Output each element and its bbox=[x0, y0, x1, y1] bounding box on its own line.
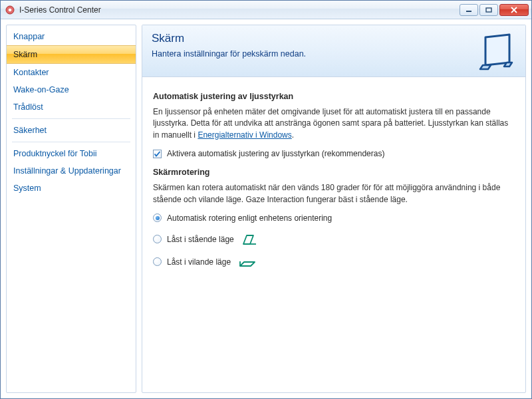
app-window: I-Series Control Center Knappar Skärm Ko… bbox=[0, 0, 532, 399]
auto-brightness-label: Aktivera automatisk justering av ljussty… bbox=[167, 149, 384, 158]
sidebar-item-system[interactable]: System bbox=[7, 180, 136, 197]
auto-brightness-checkbox-row[interactable]: Aktivera automatisk justering av ljussty… bbox=[153, 149, 515, 158]
landscape-orientation-icon bbox=[239, 256, 256, 268]
sidebar-item-produktnyckel[interactable]: Produktnyckel för Tobii bbox=[7, 145, 136, 162]
sidebar-item-wake-on-gaze[interactable]: Wake-on-Gaze bbox=[7, 81, 136, 98]
page-title: Skärm bbox=[152, 32, 516, 45]
sidebar-separator bbox=[12, 142, 130, 142]
content-body: Automatisk justering av ljusstyrkan En l… bbox=[142, 77, 525, 289]
content-panel: Skärm Hantera inställningar för pekskärm… bbox=[142, 25, 526, 393]
content-header: Skärm Hantera inställningar för pekskärm… bbox=[142, 25, 525, 77]
sidebar-item-knappar[interactable]: Knappar bbox=[7, 28, 136, 45]
rotation-radio-group: Automatisk rotering enligt enhetens orie… bbox=[153, 213, 515, 268]
sidebar-item-tradlost[interactable]: Trådlöst bbox=[7, 98, 136, 116]
brightness-title: Automatisk justering av ljusstyrkan bbox=[153, 92, 515, 101]
sidebar-item-kontakter[interactable]: Kontakter bbox=[7, 64, 136, 81]
titlebar[interactable]: I-Series Control Center bbox=[1, 1, 531, 19]
rotation-option-auto[interactable]: Automatisk rotering enligt enhetens orie… bbox=[153, 213, 515, 223]
sidebar-item-skarm[interactable]: Skärm bbox=[7, 45, 136, 64]
svg-rect-3 bbox=[486, 8, 491, 12]
maximize-button[interactable] bbox=[479, 4, 498, 16]
svg-rect-2 bbox=[466, 11, 471, 12]
auto-brightness-checkbox[interactable] bbox=[153, 150, 162, 158]
rotation-text: Skärmen kan rotera automatiskt när den v… bbox=[153, 182, 515, 205]
sidebar-item-sakerhet[interactable]: Säkerhet bbox=[7, 122, 136, 139]
portrait-orientation-icon bbox=[242, 233, 259, 245]
brightness-text: En ljussensor på enheten mäter det omgiv… bbox=[153, 106, 515, 141]
close-button[interactable] bbox=[499, 4, 529, 16]
rotation-label-portrait: Låst i stående läge bbox=[167, 235, 234, 244]
screen-icon bbox=[476, 31, 517, 74]
sidebar: Knappar Skärm Kontakter Wake-on-Gaze Trå… bbox=[6, 25, 136, 393]
rotation-option-landscape[interactable]: Låst i vilande läge bbox=[153, 256, 515, 268]
rotation-option-portrait[interactable]: Låst i stående läge bbox=[153, 233, 515, 245]
rotation-radio-portrait[interactable] bbox=[153, 235, 162, 243]
rotation-radio-auto[interactable] bbox=[153, 213, 162, 222]
sidebar-item-installningar[interactable]: Inställningar & Uppdateringar bbox=[7, 162, 136, 180]
rotation-label-landscape: Låst i vilande läge bbox=[167, 257, 231, 267]
svg-point-1 bbox=[9, 8, 12, 11]
energy-options-link[interactable]: Energialternativ i Windows bbox=[198, 130, 291, 140]
rotation-label-auto: Automatisk rotering enligt enhetens orie… bbox=[167, 213, 332, 223]
brightness-text-after: . bbox=[292, 130, 294, 140]
sidebar-separator bbox=[12, 118, 130, 119]
client-area: Knappar Skärm Kontakter Wake-on-Gaze Trå… bbox=[1, 19, 531, 398]
page-subtitle: Hantera inställningar för pekskärm nedan… bbox=[152, 49, 516, 59]
app-icon bbox=[5, 5, 15, 15]
minimize-button[interactable] bbox=[460, 4, 478, 16]
rotation-radio-landscape[interactable] bbox=[153, 257, 162, 266]
rotation-title: Skärmrotering bbox=[153, 168, 515, 177]
window-title: I-Series Control Center bbox=[19, 5, 460, 15]
window-controls bbox=[460, 4, 529, 16]
